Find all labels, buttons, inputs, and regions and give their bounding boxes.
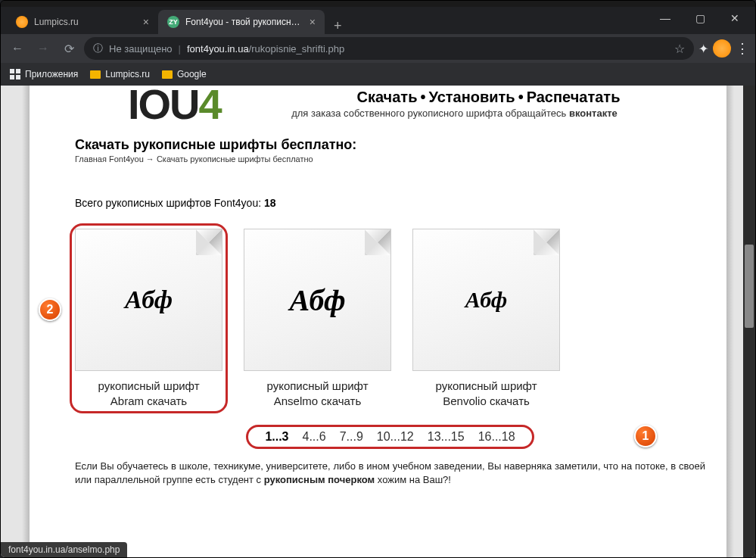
back-button[interactable]: ←: [7, 38, 28, 59]
folder-icon: [90, 70, 101, 79]
font-preview: Абф: [75, 229, 222, 371]
font-card-benvolio[interactable]: Абф рукописный шрифтBenvolio скачать: [412, 229, 560, 408]
page-link[interactable]: 10...12: [377, 430, 414, 443]
link-vk[interactable]: вконтакте: [569, 108, 618, 119]
font-caption: рукописный шрифтBenvolio скачать: [412, 379, 560, 408]
info-icon: ⓘ: [93, 42, 103, 55]
page-link[interactable]: 7...9: [340, 430, 363, 443]
font-preview: Абф: [412, 229, 560, 371]
page-link[interactable]: 16...18: [478, 430, 515, 443]
font-preview: Абф: [244, 229, 391, 371]
font-caption: рукописный шрифтAbram скачать: [75, 379, 222, 408]
scrollbar-vertical[interactable]: [743, 86, 755, 557]
page-link[interactable]: 13...15: [428, 430, 465, 443]
link-install[interactable]: Установить: [428, 89, 515, 105]
close-window-button[interactable]: ✕: [717, 7, 752, 30]
font-card-anselmo[interactable]: Абф рукописный шрифтAnselmo скачать: [244, 229, 391, 408]
font-caption: рукописный шрифтAnselmo скачать: [244, 379, 391, 408]
site-logo: IOU4: [128, 86, 221, 129]
close-icon[interactable]: ×: [310, 16, 316, 28]
pagination: 1 1...34...67...910...1213...1516...18: [75, 425, 705, 449]
description-text: Если Вы обучаетесь в школе, техникуме, у…: [75, 460, 705, 487]
forward-button[interactable]: →: [33, 38, 54, 59]
extensions-icon[interactable]: ✦: [698, 42, 708, 56]
font-count: Всего рукописных шрифтов Font4you: 18: [75, 197, 705, 209]
bookmark-google[interactable]: Google: [162, 69, 207, 79]
favicon-icon: ZY: [167, 16, 179, 28]
annotation-badge-1: 1: [634, 425, 657, 447]
folder-icon: [162, 70, 173, 79]
minimize-button[interactable]: —: [648, 7, 683, 30]
apps-icon: [10, 69, 20, 79]
bookmark-star-icon[interactable]: ☆: [674, 42, 685, 56]
status-bar: font4you.in.ua/anselmo.php: [1, 542, 127, 557]
annotation-badge-2: 2: [39, 298, 61, 321]
reload-button[interactable]: ⟳: [58, 38, 79, 59]
maximize-button[interactable]: ▢: [683, 7, 717, 30]
hero-links: Скачать•Установить•Распечатать: [272, 86, 705, 106]
font-card-abram[interactable]: Абф рукописный шрифтAbram скачать: [75, 229, 222, 408]
bookmarks-bar: Приложения Lumpics.ru Google: [1, 63, 755, 86]
favicon-icon: [16, 16, 28, 28]
address-bar: ← → ⟳ ⓘ Не защищено | font4you.in.ua/ruk…: [1, 34, 755, 63]
page-title: Скачать рукописные шрифты бесплатно:: [75, 137, 705, 153]
new-tab-button[interactable]: +: [325, 18, 351, 34]
scrollbar-thumb[interactable]: [745, 245, 754, 328]
url-input[interactable]: ⓘ Не защищено | font4you.in.ua/rukopisni…: [84, 37, 694, 60]
breadcrumb: Главная Font4you → Скачать рукописные шр…: [75, 154, 705, 164]
apps-button[interactable]: Приложения: [10, 69, 78, 79]
link-download[interactable]: Скачать: [357, 89, 418, 105]
close-icon[interactable]: ×: [143, 16, 149, 28]
hero-subtitle: для заказа собственного рукописного шриф…: [204, 108, 705, 119]
font-grid: 2 Абф рукописный шрифтAbram скачать Абф …: [75, 229, 705, 408]
page-link[interactable]: 1...3: [265, 430, 288, 443]
bookmark-lumpics[interactable]: Lumpics.ru: [90, 69, 150, 79]
menu-icon[interactable]: ⋮: [736, 40, 749, 57]
tab-bar: Lumpics.ru × ZY Font4you - твой рукописн…: [1, 7, 755, 34]
tab-font4you[interactable]: ZY Font4you - твой рукописный шр ×: [158, 10, 325, 34]
tab-lumpics[interactable]: Lumpics.ru ×: [7, 10, 158, 34]
link-print[interactable]: Распечатать: [527, 89, 621, 105]
page-link[interactable]: 4...6: [303, 430, 326, 443]
profile-avatar[interactable]: [713, 39, 731, 58]
security-label: Не защищено: [109, 43, 173, 55]
